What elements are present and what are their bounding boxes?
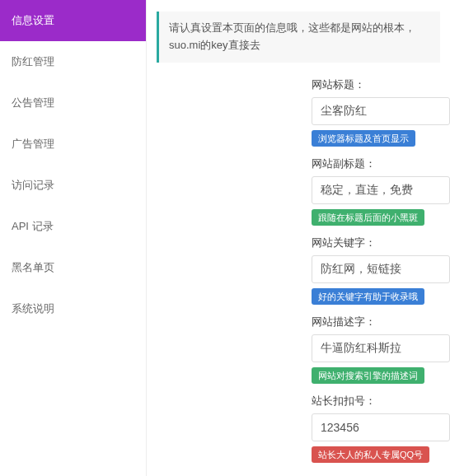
field-site-subtitle: 网站副标题： 跟随在标题后面的小黑斑 xyxy=(312,156,450,226)
alert-text: 请认真设置本页面的信息哦，这些都是网站的根本，suo.mi的key直接去 xyxy=(169,21,415,51)
settings-form: 网站标题： 浏览器标题及首页显示 网站副标题： 跟随在标题后面的小黑斑 网站关键… xyxy=(147,77,450,476)
field-site-keywords: 网站关键字： 好的关键字有助于收录哦 xyxy=(312,236,450,305)
sidebar: 信息设置 防红管理 公告管理 广告管理 访问记录 API 记录 黑名单页 系统说… xyxy=(0,0,147,476)
sidebar-item-info-settings[interactable]: 信息设置 xyxy=(0,0,146,41)
input-site-subtitle[interactable] xyxy=(312,176,450,204)
sidebar-item-red-manage[interactable]: 防红管理 xyxy=(0,41,146,82)
label-admin-qq: 站长扣扣号： xyxy=(312,394,450,408)
input-admin-qq[interactable] xyxy=(312,413,450,441)
sidebar-item-ad-manage[interactable]: 广告管理 xyxy=(0,124,146,165)
hint-admin-qq: 站长大人的私人专属QQ号 xyxy=(312,446,429,463)
field-suomi-key: SUO.MI KEY： suo.im的API接口Key，请去网站免费 xyxy=(312,473,450,476)
sidebar-item-notice-manage[interactable]: 公告管理 xyxy=(0,82,146,124)
sidebar-item-visit-log[interactable]: 访问记录 xyxy=(0,165,146,206)
hint-site-keywords: 好的关键字有助于收录哦 xyxy=(312,288,424,305)
alert-box: 请认真设置本页面的信息哦，这些都是网站的根本，suo.mi的key直接去 xyxy=(157,12,440,63)
input-site-desc[interactable] xyxy=(312,334,450,362)
label-suomi-key: SUO.MI KEY： xyxy=(312,473,450,476)
label-site-keywords: 网站关键字： xyxy=(312,236,450,250)
field-admin-qq: 站长扣扣号： 站长大人的私人专属QQ号 xyxy=(312,394,450,463)
hint-site-title: 浏览器标题及首页显示 xyxy=(312,130,415,147)
hint-site-subtitle: 跟随在标题后面的小黑斑 xyxy=(312,209,424,226)
main-panel: 请认真设置本页面的信息哦，这些都是网站的根本，suo.mi的key直接去 网站标… xyxy=(147,0,450,476)
sidebar-item-system-info[interactable]: 系统说明 xyxy=(0,288,146,329)
label-site-subtitle: 网站副标题： xyxy=(312,156,450,171)
field-site-desc: 网站描述字： 网站对搜索引擎的描述词 xyxy=(312,315,450,384)
hint-site-desc: 网站对搜索引擎的描述词 xyxy=(312,367,424,384)
label-site-desc: 网站描述字： xyxy=(312,315,450,329)
sidebar-item-api-log[interactable]: API 记录 xyxy=(0,206,146,247)
field-site-title: 网站标题： 浏览器标题及首页显示 xyxy=(312,77,450,147)
label-site-title: 网站标题： xyxy=(312,77,450,92)
input-site-keywords[interactable] xyxy=(312,255,450,283)
sidebar-item-blacklist[interactable]: 黑名单页 xyxy=(0,247,146,288)
input-site-title[interactable] xyxy=(312,97,450,125)
